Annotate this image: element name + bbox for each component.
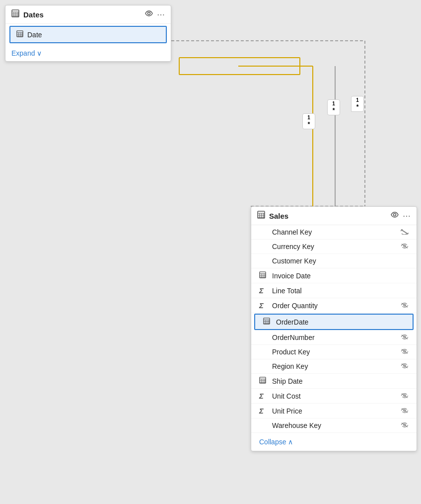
sales-title: Sales — [269, 212, 387, 220]
collapse-label: Collapse — [259, 438, 286, 446]
channel-key-label: Channel Key — [272, 228, 397, 236]
sales-item-customer-key[interactable]: Customer Key — [251, 254, 417, 268]
line-total-sigma-icon: Σ — [259, 286, 268, 295]
cardinality-badge-2: 1 * — [327, 99, 340, 115]
collapse-chevron-icon: ∧ — [288, 438, 293, 446]
ship-date-table-icon — [259, 377, 268, 385]
order-quantity-hidden-icon — [401, 302, 409, 310]
ordernumber-label: OrderNumber — [272, 334, 397, 341]
dates-item-date[interactable]: Date — [9, 26, 167, 43]
sales-item-ordernumber[interactable]: OrderNumber — [251, 331, 417, 345]
expand-button[interactable]: Expand ∨ — [5, 45, 171, 61]
sales-item-product-key[interactable]: Product Key — [251, 345, 417, 359]
invoice-date-icon — [259, 271, 268, 280]
orderdate-table-icon — [263, 318, 272, 326]
orderdate-label: OrderDate — [276, 318, 405, 326]
dates-table-icon — [11, 9, 19, 19]
sales-table-icon — [257, 211, 265, 221]
unit-cost-sigma-icon: Σ — [259, 392, 268, 400]
product-key-label: Product Key — [272, 348, 397, 356]
channel-key-hidden-icon — [401, 228, 409, 236]
sales-item-warehouse-key[interactable]: Warehouse Key — [251, 419, 417, 433]
order-quantity-label: Order Quantity — [272, 302, 397, 310]
unit-cost-hidden-icon — [401, 392, 409, 400]
sales-visibility-icon[interactable] — [391, 211, 399, 221]
dates-panel: Dates ⋯ Date — [5, 5, 171, 62]
sales-item-ship-date[interactable]: Ship Date — [251, 374, 417, 389]
svg-line-29 — [401, 230, 408, 234]
product-key-hidden-icon — [401, 348, 409, 356]
expand-label: Expand — [11, 49, 35, 57]
dates-visibility-icon[interactable] — [145, 9, 153, 19]
currency-key-label: Currency Key — [272, 243, 397, 251]
order-quantity-sigma-icon: Σ — [259, 301, 268, 310]
ordernumber-hidden-icon — [401, 334, 409, 341]
sales-panel-header: Sales ⋯ — [251, 207, 417, 225]
warehouse-key-label: Warehouse Key — [272, 421, 397, 429]
sales-item-region-key[interactable]: Region Key — [251, 359, 417, 374]
date-table-icon — [16, 30, 23, 39]
svg-point-28 — [394, 214, 396, 216]
cardinality-badge-1: 1 * — [302, 113, 315, 129]
region-key-hidden-icon — [401, 362, 409, 370]
svg-point-13 — [148, 12, 150, 15]
customer-key-label: Customer Key — [272, 257, 409, 265]
sales-item-unit-price[interactable]: Σ Unit Price — [251, 404, 417, 419]
sales-item-order-quantity[interactable]: Σ Order Quantity — [251, 298, 417, 313]
sales-item-invoice-date[interactable]: Invoice Date — [251, 268, 417, 283]
dates-more-icon[interactable]: ⋯ — [157, 10, 165, 19]
date-item-label: Date — [27, 31, 42, 39]
dates-panel-actions: ⋯ — [145, 9, 165, 19]
unit-price-hidden-icon — [401, 407, 409, 415]
expand-chevron-icon: ∨ — [37, 49, 42, 57]
sales-more-icon[interactable]: ⋯ — [403, 211, 411, 221]
dates-title: Dates — [23, 10, 141, 19]
sales-item-currency-key[interactable]: Currency Key — [251, 240, 417, 254]
connection-indicator — [179, 57, 300, 75]
cardinality-badge-3: 1 * — [351, 96, 364, 112]
unit-price-sigma-icon: Σ — [259, 407, 268, 415]
region-key-label: Region Key — [272, 362, 397, 370]
sales-panel-actions: ⋯ — [391, 211, 411, 221]
unit-cost-label: Unit Cost — [272, 392, 397, 400]
currency-key-hidden-icon — [401, 243, 409, 251]
sales-item-channel-key[interactable]: Channel Key — [251, 225, 417, 240]
collapse-button[interactable]: Collapse ∧ — [251, 433, 417, 451]
dates-panel-header: Dates ⋯ — [5, 5, 171, 24]
unit-price-label: Unit Price — [272, 407, 397, 415]
sales-panel: Sales ⋯ Channel Key Currency Key — [251, 206, 417, 451]
invoice-date-label: Invoice Date — [272, 272, 409, 280]
sales-item-orderdate[interactable]: OrderDate — [254, 314, 414, 330]
ship-date-label: Ship Date — [272, 377, 409, 385]
sales-item-unit-cost[interactable]: Σ Unit Cost — [251, 389, 417, 404]
line-total-label: Line Total — [272, 287, 409, 295]
main-canvas: 1 * 1 * 1 * Dates — [0, 0, 421, 504]
warehouse-key-hidden-icon — [401, 421, 409, 429]
sales-item-line-total[interactable]: Σ Line Total — [251, 283, 417, 298]
